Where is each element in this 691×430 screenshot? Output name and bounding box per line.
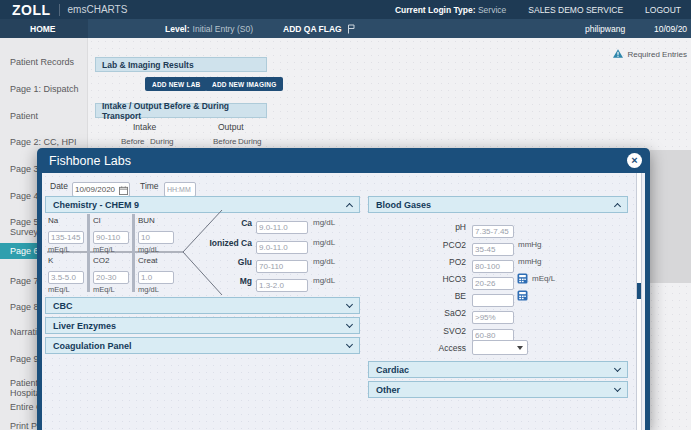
branch-row-glu: Glu mg/dL (182, 254, 335, 269)
chevron-up-icon (614, 202, 621, 209)
mg-unit: mg/dL (313, 276, 335, 285)
co2-input[interactable] (93, 271, 129, 284)
accordion-blood-gases[interactable]: Blood Gases (368, 196, 628, 213)
required-entries-indicator: Required Entries (613, 49, 687, 60)
chart-date: 10/09/20 (654, 19, 687, 38)
modal-titlebar: Fishbone Labs (37, 148, 650, 173)
accordion-chemistry[interactable]: Chemistry - CHEM 9 (45, 196, 360, 213)
modal-scrollbar-thumb[interactable] (637, 283, 641, 299)
chevron-down-icon (346, 340, 353, 347)
mg-input[interactable] (256, 279, 308, 292)
time-label: Time (140, 181, 159, 191)
bg-row-po2: PO2 mmHg (368, 254, 542, 269)
accordion-cardiac[interactable]: Cardiac (368, 361, 628, 378)
logout-button[interactable]: LOGOUT (645, 5, 681, 15)
blood-gases-title: Blood Gases (376, 200, 431, 210)
sidebar-item-patient-records[interactable]: Patient Records (10, 57, 100, 67)
chem-cell-co2: CO2 mEq/L (93, 256, 130, 294)
svo2-label: SVO2 (368, 326, 466, 336)
glu-input[interactable] (256, 260, 308, 273)
bg-row-be: BE (368, 288, 528, 303)
add-new-imaging-button[interactable]: ADD NEW IMAGING (205, 77, 283, 91)
home-tab[interactable]: HOME (30, 19, 56, 38)
co2-unit: mEq/L (93, 285, 130, 294)
output-header: Output (218, 122, 244, 132)
topbar-right: Current Login Type: Service SALES DEMO S… (395, 5, 681, 15)
chevron-down-icon (346, 300, 353, 307)
brand: ZOLL emsCHARTS (12, 2, 127, 18)
other-title: Other (376, 385, 400, 395)
modal-scrollbar-track[interactable] (636, 173, 642, 430)
sidebar-item-page2[interactable]: Page 2: CC, HPI (10, 137, 100, 147)
accordion-liver-enzymes[interactable]: Liver Enzymes (45, 317, 360, 334)
accordion-other[interactable]: Other (368, 381, 628, 398)
cl-unit: mEq/L (93, 245, 130, 254)
access-dropdown[interactable] (472, 340, 528, 355)
chem-cell-na: Na mEq/L (48, 216, 85, 254)
sidebar-item-page1-dispatch[interactable]: Page 1: Dispatch (10, 84, 100, 94)
close-icon[interactable]: × (627, 153, 642, 168)
accordion-cbc[interactable]: CBC (45, 297, 360, 314)
chem-cell-bun: BUN mg/dL (138, 216, 175, 254)
warning-triangle-icon (613, 49, 623, 60)
username[interactable]: philipwang (585, 19, 625, 38)
co2-label: CO2 (93, 256, 130, 265)
intake-during-column-header: During (150, 137, 174, 146)
mg-label: Mg (182, 276, 252, 286)
intake-header: Intake (133, 122, 156, 132)
branch-row-ca: Ca mg/dL (182, 215, 335, 230)
output-before-column-header: Before (213, 137, 237, 146)
creat-unit: mg/dL (138, 285, 175, 294)
login-type-label: Current Login Type: (395, 5, 476, 15)
time-input[interactable] (164, 182, 196, 197)
bg-row-pco2: PCO2 mmHg (368, 237, 542, 252)
hco3-unit: mEq/L (532, 274, 555, 283)
ionized-ca-input[interactable] (256, 241, 308, 254)
add-qa-flag-button[interactable]: ADD QA FLAG (283, 19, 355, 38)
level-label: Level: (165, 24, 190, 34)
ca-input[interactable] (256, 221, 308, 234)
k-input[interactable] (48, 271, 84, 284)
cbc-title: CBC (53, 301, 73, 311)
zoll-logo: ZOLL (12, 2, 51, 18)
bg-row-access: Access (368, 340, 528, 355)
ionized-ca-label: Ionized Ca (182, 238, 252, 248)
sidebar-item-patient[interactable]: Patient (10, 111, 100, 121)
chem-cell-cl: Cl mEq/L (93, 216, 130, 254)
app-name: emsCHARTS (68, 4, 128, 15)
bg-row-ph: pH (368, 219, 514, 234)
creat-input[interactable] (138, 271, 174, 284)
fishbone-labs-modal: Fishbone Labs × Date Time Chemistry - CH… (37, 148, 650, 430)
modal-title: Fishbone Labs (49, 154, 131, 168)
date-label: Date (50, 181, 68, 191)
service-name-link[interactable]: SALES DEMO SERVICE (528, 5, 623, 15)
date-field-wrap (72, 178, 130, 193)
chevron-up-icon (346, 202, 353, 209)
creat-label: Creat (138, 256, 175, 265)
ionized-ca-unit: mg/dL (313, 238, 335, 247)
required-entries-label: Required Entries (627, 50, 687, 59)
current-login-type: Current Login Type: Service (395, 5, 506, 15)
add-new-lab-button[interactable]: ADD NEW LAB (145, 77, 207, 91)
branch-row-ionized-ca: Ionized Ca mg/dL (182, 235, 335, 250)
navbar: HOME Level: Initial Entry (S0) ADD QA FL… (0, 19, 691, 38)
calculator-icon[interactable] (517, 273, 528, 284)
bun-input[interactable] (138, 231, 174, 244)
pco2-unit: mmHg (518, 240, 542, 249)
cl-input[interactable] (93, 231, 129, 244)
accordion-coagulation-panel[interactable]: Coagulation Panel (45, 337, 360, 354)
bg-row-sao2: SaO2 (368, 305, 514, 320)
na-label: Na (48, 216, 85, 225)
na-input[interactable] (48, 231, 84, 244)
hco3-label: HCO3 (368, 274, 466, 284)
be-label: BE (368, 291, 466, 301)
k-unit: mEq/L (48, 285, 85, 294)
cardiac-title: Cardiac (376, 365, 409, 375)
fishbone-divider (132, 214, 135, 292)
coagulation-panel-title: Coagulation Panel (53, 341, 132, 351)
login-type-value: Service (478, 5, 506, 15)
calculator-icon[interactable] (517, 290, 528, 301)
background-panel (650, 150, 691, 283)
po2-label: PO2 (368, 257, 466, 267)
ca-unit: mg/dL (313, 218, 335, 227)
